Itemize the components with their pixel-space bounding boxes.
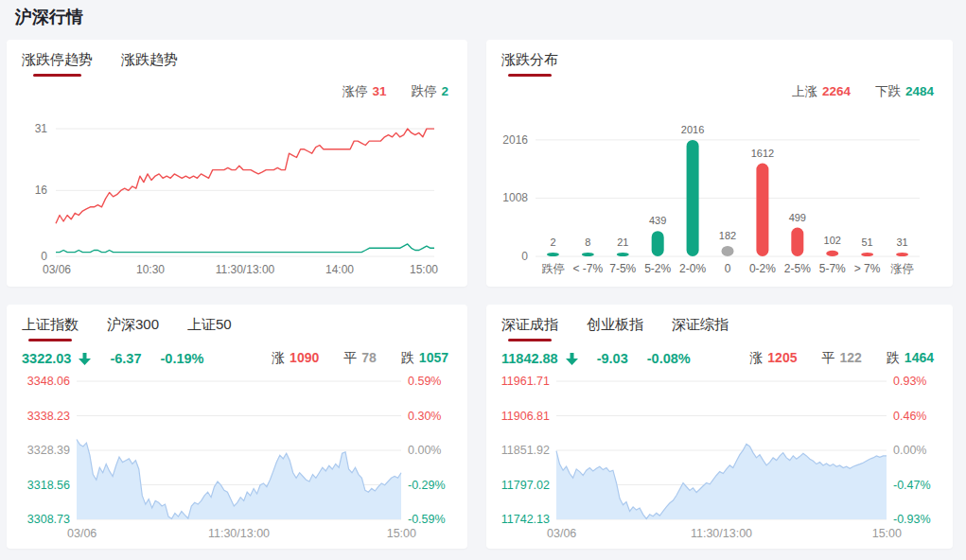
- tab-label: 深证综指: [672, 316, 729, 334]
- svg-text:5-2%: 5-2%: [644, 262, 671, 275]
- svg-text:0: 0: [41, 250, 47, 263]
- svg-text:7-5%: 7-5%: [609, 262, 636, 275]
- svg-text:03/06: 03/06: [43, 263, 71, 276]
- svg-text:31: 31: [896, 236, 907, 248]
- svg-text:-0.93%: -0.93%: [893, 513, 931, 526]
- svg-text:11742.13: 11742.13: [501, 513, 549, 526]
- limit-down-count: 2: [441, 84, 448, 98]
- svg-text:15:00: 15:00: [871, 527, 901, 540]
- tab-szse-composite[interactable]: 深证综指: [672, 316, 729, 341]
- svg-text:03/06: 03/06: [547, 527, 576, 540]
- svg-text:0: 0: [521, 250, 528, 263]
- tab-label: 涨跌停趋势: [22, 51, 93, 69]
- sse-up-stat: 涨1090: [272, 350, 319, 367]
- svg-text:-0.29%: -0.29%: [408, 479, 446, 492]
- svg-text:3328.39: 3328.39: [26, 444, 69, 457]
- svg-text:2: 2: [550, 236, 555, 248]
- tab-limit-updown-trend[interactable]: 涨跌停趋势: [22, 51, 93, 77]
- svg-text:2016: 2016: [680, 124, 703, 135]
- sse-price: 3322.03: [22, 351, 71, 366]
- svg-text:0-2%: 0-2%: [748, 262, 775, 275]
- svg-text:3348.06: 3348.06: [26, 375, 69, 388]
- down-arrow-icon: [79, 353, 91, 365]
- tab-sse-index[interactable]: 上证指数: [22, 316, 79, 341]
- distribution-tabs: 涨跌分布: [486, 40, 953, 77]
- svg-text:1612: 1612: [750, 148, 773, 159]
- tab-csi300[interactable]: 沪深300: [107, 316, 159, 341]
- sse-tabs: 上证指数 沪深300 上证50: [7, 305, 467, 341]
- distribution-chart[interactable]: 0100820162跌停8< -7%217-5%4395-2%20162-0%1…: [498, 103, 942, 281]
- svg-text:102: 102: [823, 235, 840, 246]
- svg-text:15:00: 15:00: [386, 527, 415, 540]
- svg-text:11:30/13:00: 11:30/13:00: [215, 263, 274, 276]
- svg-text:11:30/13:00: 11:30/13:00: [690, 527, 751, 540]
- svg-text:0.30%: 0.30%: [408, 410, 441, 423]
- limit-trend-legend: 涨停31 跌停2: [7, 77, 467, 100]
- svg-text:3318.56: 3318.56: [26, 479, 69, 492]
- svg-text:21: 21: [617, 236, 628, 248]
- svg-text:涨停: 涨停: [889, 262, 913, 275]
- tab-sse50[interactable]: 上证50: [187, 316, 232, 341]
- tab-label: 创业板指: [587, 316, 643, 334]
- tab-label: 涨跌分布: [501, 51, 558, 69]
- svg-text:3308.73: 3308.73: [26, 513, 69, 526]
- szse-stats: 11842.88 -9.03 -0.08% 涨1205 平122 跌1464: [486, 341, 953, 367]
- svg-text:0.59%: 0.59%: [408, 375, 441, 388]
- szse-index-card: 深证成指 创业板指 深证综指 11842.88 -9.03 -0.08% 涨12…: [486, 305, 953, 549]
- svg-text:439: 439: [649, 215, 666, 226]
- legend-item-limit-down: 跌停2: [411, 83, 448, 100]
- svg-text:> 7%: > 7%: [853, 262, 880, 275]
- svg-text:182: 182: [718, 230, 735, 241]
- active-tab-underline: [508, 339, 552, 341]
- sse-index-chart[interactable]: 3348.060.59%3338.230.30%3328.390.00%3318…: [18, 370, 457, 542]
- svg-text:14:00: 14:00: [325, 263, 353, 276]
- svg-text:2016: 2016: [502, 133, 528, 147]
- svg-text:0.46%: 0.46%: [893, 410, 926, 423]
- tab-updown-trend[interactable]: 涨跌趋势: [121, 51, 178, 77]
- page-title: 沪深行情: [15, 6, 83, 28]
- svg-text:0.00%: 0.00%: [893, 444, 926, 457]
- sse-flat-stat: 平78: [343, 350, 377, 367]
- sse-pct: -0.19%: [160, 351, 203, 366]
- svg-text:11797.02: 11797.02: [501, 479, 549, 492]
- svg-text:499: 499: [788, 212, 805, 223]
- svg-text:10:30: 10:30: [135, 263, 164, 276]
- svg-text:03/06: 03/06: [67, 527, 97, 540]
- svg-text:31: 31: [34, 122, 47, 135]
- sse-stats: 3322.03 -6.37 -0.19% 涨1090 平78 跌1057: [7, 341, 467, 367]
- advancers-count: 2264: [822, 84, 851, 98]
- svg-text:0.93%: 0.93%: [893, 375, 926, 388]
- active-tab-underline: [28, 339, 72, 341]
- svg-text:< -7%: < -7%: [572, 262, 603, 275]
- tab-label: 上证50: [187, 316, 232, 334]
- szse-flat-stat: 平122: [821, 350, 861, 367]
- szse-pct: -0.08%: [647, 351, 691, 366]
- tab-label: 深证成指: [501, 316, 558, 334]
- svg-text:15:00: 15:00: [409, 263, 437, 276]
- limit-up-count: 31: [372, 84, 386, 98]
- sse-down-stat: 跌1057: [401, 350, 448, 367]
- szse-down-stat: 跌1464: [887, 350, 934, 367]
- tab-distribution[interactable]: 涨跌分布: [501, 51, 558, 77]
- tab-chinext[interactable]: 创业板指: [587, 316, 643, 341]
- active-tab-underline: [508, 74, 552, 77]
- distribution-card: 涨跌分布 上涨2264 下跌2484 0100820162跌停8< -7%217…: [486, 40, 953, 287]
- szse-price: 11842.88: [501, 351, 558, 366]
- legend-item-decliners: 下跌2484: [875, 83, 934, 100]
- tab-szse-component[interactable]: 深证成指: [501, 316, 558, 341]
- szse-up-stat: 涨1205: [749, 350, 797, 367]
- decliners-count: 2484: [905, 84, 934, 98]
- svg-text:16: 16: [34, 184, 47, 197]
- szse-index-chart[interactable]: 11961.710.93%11906.810.46%11851.920.00%1…: [498, 370, 942, 542]
- tab-label: 上证指数: [22, 316, 79, 334]
- svg-text:5-7%: 5-7%: [818, 262, 845, 275]
- szse-change: -9.03: [597, 351, 628, 366]
- sse-index-card: 上证指数 沪深300 上证50 3322.03 -6.37 -0.19% 涨10…: [7, 305, 467, 549]
- svg-text:3338.23: 3338.23: [26, 410, 69, 423]
- limit-trend-card: 涨跌停趋势 涨跌趋势 涨停31 跌停2 0163103/0610:3011:30…: [7, 40, 467, 287]
- limit-trend-chart[interactable]: 0163103/0610:3011:30/13:0014:0015:00: [18, 103, 457, 279]
- legend-item-limit-up: 涨停31: [342, 83, 386, 100]
- svg-text:11961.71: 11961.71: [501, 375, 549, 388]
- svg-text:跌停: 跌停: [541, 262, 564, 275]
- tab-label: 沪深300: [107, 316, 159, 334]
